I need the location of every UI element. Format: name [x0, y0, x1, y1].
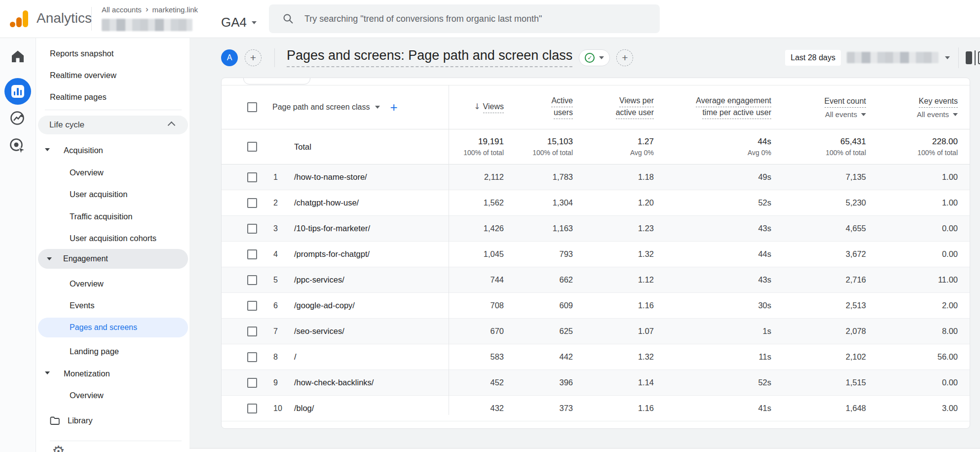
chevron-down-icon — [599, 56, 604, 59]
page-path: /ppc-services/ — [293, 275, 449, 285]
search-input[interactable]: Try searching "trend of conversions from… — [269, 4, 660, 33]
key-events-filter[interactable]: All events — [866, 110, 958, 119]
report-verified-menu[interactable]: ✓ — [579, 49, 610, 66]
row-checkbox[interactable] — [247, 249, 257, 259]
row-checkbox[interactable] — [247, 301, 257, 311]
home-icon[interactable] — [0, 49, 36, 63]
advertising-icon[interactable] — [0, 137, 36, 155]
breadcrumb-all-accounts[interactable]: All accounts — [102, 5, 142, 14]
nav-library[interactable]: Library — [68, 414, 92, 426]
table-row[interactable]: 1 /how-to-name-store/ 2,112 1,783 1.18 4… — [222, 164, 970, 190]
breadcrumb[interactable]: All accounts › marketing.link — [102, 4, 198, 14]
page-title[interactable]: Pages and screens: Page path and screen … — [287, 48, 572, 67]
search-placeholder: Try searching "trend of conversions from… — [304, 14, 542, 24]
brand-title: Analytics — [37, 10, 92, 26]
table-row[interactable]: 2 /chatgpt-how-use/ 1,562 1,304 1.20 52s… — [222, 190, 970, 216]
col-active-users[interactable]: Active users — [504, 95, 573, 119]
breadcrumb-separator-icon: › — [146, 4, 149, 14]
report-content: A + Pages and screens: Page path and scr… — [189, 38, 980, 452]
avatar[interactable]: A — [221, 49, 238, 66]
table-row[interactable]: 6 /google-ad-copy/ 708 609 1.16 30s 2,51… — [222, 293, 970, 319]
customize-report-icon[interactable] — [966, 50, 980, 65]
select-all-checkbox[interactable] — [247, 102, 257, 112]
add-comparison-button[interactable]: + — [245, 49, 262, 66]
nav-engagement[interactable]: Engagement — [38, 249, 188, 269]
dimension-header[interactable]: Page path and screen class + — [271, 102, 449, 112]
row-checkbox[interactable] — [247, 404, 257, 413]
table-card: Page path and screen class + ↓Views Acti… — [221, 78, 970, 429]
nav-pages-and-screens-active[interactable]: Pages and screens — [38, 318, 188, 337]
row-checkbox[interactable] — [247, 327, 257, 336]
table-row[interactable]: 7 /seo-services/ 670 625 1.07 1s 2,078 8… — [222, 319, 970, 344]
property-tag: GA4 — [221, 15, 247, 30]
row-checkbox[interactable] — [247, 352, 257, 362]
chevron-down-icon — [861, 113, 866, 116]
topbar-divider — [91, 7, 92, 31]
nav-user-acquisition[interactable]: User acquisition — [70, 188, 127, 200]
nav-user-acquisition-cohorts[interactable]: User acquisition cohorts — [70, 232, 156, 244]
monetization-expand-icon[interactable] — [45, 371, 50, 374]
table-search-fragment[interactable] — [243, 78, 310, 84]
chevron-up-icon — [168, 121, 176, 129]
table-row[interactable]: 3 /10-tips-for-marketer/ 1,426 1,163 1.2… — [222, 216, 970, 242]
table-row[interactable]: 8 / 583 442 1.32 11s 2,102 56.00 — [222, 344, 970, 370]
library-label: Library — [68, 414, 92, 426]
date-range-picker[interactable]: Last 28 days — [785, 50, 841, 66]
nav-realtime-overview[interactable]: Realtime overview — [50, 69, 116, 81]
sort-descending-icon: ↓ — [474, 102, 480, 111]
page-path: /10-tips-for-marketer/ — [293, 224, 449, 233]
table-row[interactable]: 4 /prompts-for-chatgpt/ 1,045 793 1.32 4… — [222, 242, 970, 267]
row-checkbox[interactable] — [247, 224, 257, 234]
nav-monetization[interactable]: Monetization — [64, 368, 110, 379]
page-path: /blog/ — [293, 404, 449, 413]
chevron-down-icon — [252, 21, 257, 24]
nav-engagement-overview[interactable]: Overview — [70, 278, 104, 289]
nav-acquisition[interactable]: Acquisition — [64, 144, 103, 156]
row-checkbox[interactable] — [247, 172, 257, 182]
date-range-redacted — [847, 52, 939, 63]
row-checkbox[interactable] — [247, 378, 257, 388]
total-checkbox[interactable] — [247, 142, 257, 152]
explore-icon[interactable] — [0, 110, 36, 126]
nav-acquisition-overview[interactable]: Overview — [70, 166, 104, 178]
table-row[interactable]: 5 /ppc-services/ 744 662 1.12 43s 2,716 … — [222, 267, 970, 293]
page-path: /prompts-for-chatgpt/ — [293, 249, 449, 259]
analytics-logo-icon — [10, 10, 28, 27]
reports-nav: Reports snapshot Realtime overview Realt… — [36, 38, 189, 452]
add-report-button[interactable]: + — [616, 49, 633, 66]
nav-realtime-pages[interactable]: Realtime pages — [50, 91, 107, 103]
nav-monetization-overview[interactable]: Overview — [70, 389, 104, 401]
nav-collection-life-cycle[interactable]: Life cycle — [38, 116, 188, 134]
gear-icon[interactable]: ⚙ — [52, 443, 65, 452]
nav-divider — [45, 110, 182, 110]
row-checkbox[interactable] — [247, 198, 257, 208]
breadcrumb-property[interactable]: marketing.link — [152, 5, 198, 14]
table-row[interactable]: 9 /how-check-backlinks/ 452 396 1.14 52s… — [222, 370, 970, 396]
chevron-down-icon[interactable] — [375, 106, 380, 109]
col-views[interactable]: ↓Views — [449, 101, 504, 113]
chevron-down-icon — [953, 113, 958, 116]
nav-traffic-acquisition[interactable]: Traffic acquisition — [70, 210, 132, 222]
column-separator — [449, 85, 449, 415]
page-path: /how-check-backlinks/ — [293, 378, 449, 387]
acquisition-expand-icon[interactable] — [45, 148, 50, 151]
table-row[interactable]: 10 /blog/ 432 373 1.16 41s 1,648 3.00 — [222, 396, 970, 421]
nav-events[interactable]: Events — [70, 299, 94, 311]
folder-icon — [50, 416, 60, 425]
table-header-row: Page path and screen class + ↓Views Acti… — [222, 85, 970, 129]
col-key-events[interactable]: Key events All events — [866, 96, 958, 119]
col-views-per-active-user[interactable]: Views per active user — [573, 95, 654, 119]
horizontal-scroll-track[interactable] — [189, 448, 980, 452]
col-event-count[interactable]: Event count All events — [771, 96, 866, 119]
page-path: /seo-services/ — [293, 327, 449, 336]
add-dimension-icon[interactable]: + — [390, 102, 397, 112]
chevron-down-icon[interactable] — [945, 56, 950, 59]
search-icon — [283, 13, 294, 24]
event-count-filter[interactable]: All events — [771, 110, 866, 119]
row-checkbox[interactable] — [247, 275, 257, 285]
nav-landing-page[interactable]: Landing page — [70, 345, 119, 357]
reports-icon[interactable] — [0, 78, 36, 105]
col-avg-engagement-time[interactable]: Average engagement time per active user — [654, 95, 771, 119]
nav-reports-snapshot[interactable]: Reports snapshot — [50, 47, 113, 59]
property-switcher[interactable]: GA4 — [221, 15, 257, 30]
